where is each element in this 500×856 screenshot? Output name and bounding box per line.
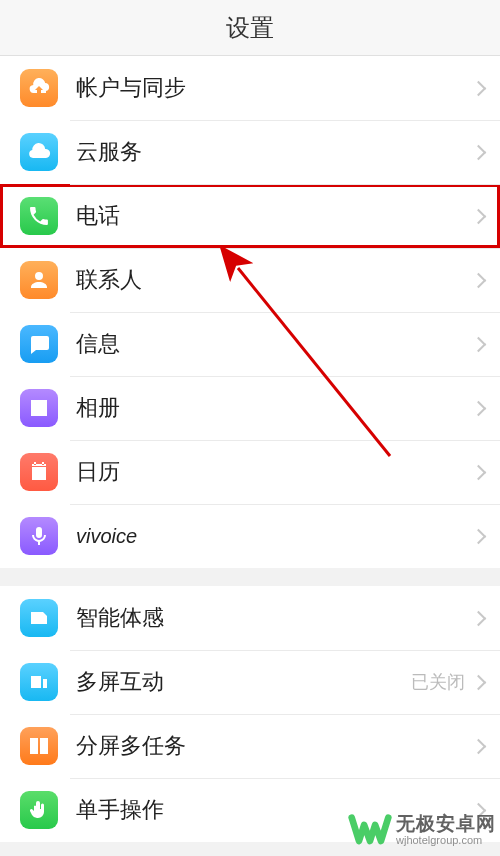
row-label: vivoice [76, 525, 473, 548]
message-icon [20, 325, 58, 363]
row-tail: 已关闭 [411, 670, 465, 694]
watermark-title: 无极安卓网 [396, 814, 496, 835]
phone-icon [20, 197, 58, 235]
row-label: 相册 [76, 393, 473, 423]
settings-row-vivoice[interactable]: vivoice [0, 504, 500, 568]
multiscreen-icon [20, 663, 58, 701]
settings-row-gallery[interactable]: 相册 [0, 376, 500, 440]
row-label: 联系人 [76, 265, 473, 295]
watermark: 无极安卓网 wjhotelgroup.com [348, 810, 496, 850]
gallery-icon [20, 389, 58, 427]
chevron-right-icon [471, 80, 487, 96]
chevron-right-icon [471, 208, 487, 224]
settings-row-messages[interactable]: 信息 [0, 312, 500, 376]
chevron-right-icon [471, 272, 487, 288]
multitask-icon [20, 727, 58, 765]
row-label: 电话 [76, 201, 473, 231]
chevron-right-icon [471, 144, 487, 160]
row-label: 日历 [76, 457, 473, 487]
watermark-sub: wjhotelgroup.com [396, 834, 496, 846]
settings-row-calendar[interactable]: 日历 [0, 440, 500, 504]
chevron-right-icon [471, 610, 487, 626]
settings-row-cloud[interactable]: 云服务 [0, 120, 500, 184]
settings-row-multiscreen[interactable]: 多屏互动已关闭 [0, 650, 500, 714]
settings-row-contacts[interactable]: 联系人 [0, 248, 500, 312]
row-label: 多屏互动 [76, 667, 411, 697]
settings-row-account[interactable]: 帐户与同步 [0, 56, 500, 120]
mic-icon [20, 517, 58, 555]
settings-row-motion[interactable]: 智能体感 [0, 586, 500, 650]
chevron-right-icon [471, 464, 487, 480]
onehand-icon [20, 791, 58, 829]
person-icon [20, 261, 58, 299]
settings-row-multitask[interactable]: 分屏多任务 [0, 714, 500, 778]
row-label: 云服务 [76, 137, 473, 167]
chevron-right-icon [471, 674, 487, 690]
motion-icon [20, 599, 58, 637]
watermark-logo-icon [348, 810, 392, 850]
calendar-icon [20, 453, 58, 491]
row-label: 智能体感 [76, 603, 473, 633]
chevron-right-icon [471, 738, 487, 754]
cloud-up-icon [20, 69, 58, 107]
settings-row-phone[interactable]: 电话 [0, 184, 500, 248]
row-label: 帐户与同步 [76, 73, 473, 103]
chevron-right-icon [471, 336, 487, 352]
chevron-right-icon [471, 528, 487, 544]
page-title: 设置 [0, 0, 500, 56]
row-label: 分屏多任务 [76, 731, 473, 761]
row-label: 信息 [76, 329, 473, 359]
chevron-right-icon [471, 400, 487, 416]
cloud-icon [20, 133, 58, 171]
